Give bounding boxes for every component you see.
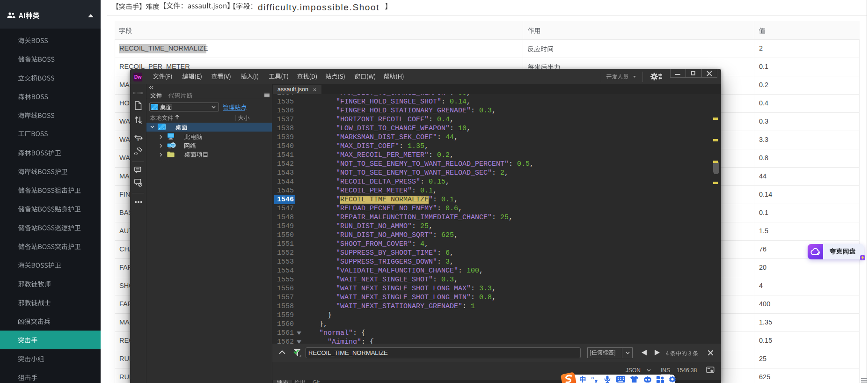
svg-text:*: *: [137, 138, 139, 143]
